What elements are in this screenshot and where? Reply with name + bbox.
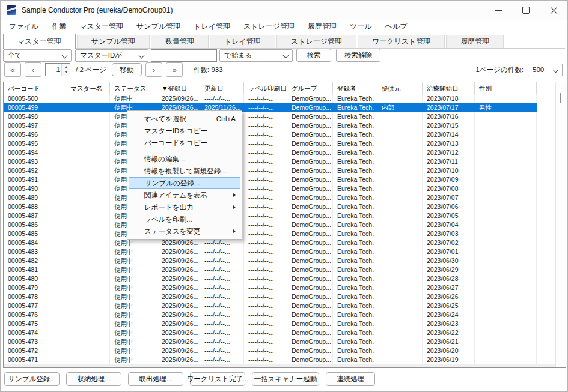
column-header-status[interactable]: ステータス <box>110 82 157 94</box>
table-row[interactable]: 00005-493使用中2025/09/26...----/--/--...--… <box>4 157 556 166</box>
next-page-button[interactable]: › <box>145 62 162 77</box>
table-row[interactable]: 00005-497使用中2025/09/26...----/--/--...--… <box>4 121 556 130</box>
cell-group: DemoGroup... <box>287 265 333 274</box>
column-header-label-print-date[interactable]: ラベル印刷日 <box>244 82 287 94</box>
footer-button-worklist-complete[interactable]: ワークリスト完了... <box>190 372 245 386</box>
table-row[interactable]: 00005-479使用中2025/09/26...----/--/--...--… <box>4 283 556 292</box>
table-row[interactable]: 00005-480使用中2025/09/26...----/--/--...--… <box>4 274 556 283</box>
context-menu-item-change-status[interactable]: ステータスを変更 <box>127 225 242 237</box>
minimize-button[interactable] <box>484 1 512 20</box>
table-row[interactable]: 00005-491使用中2025/09/26...----/--/--...--… <box>4 175 556 184</box>
table-row[interactable]: 00005-478使用中2025/09/26...----/--/--...--… <box>4 292 556 301</box>
table-row[interactable]: 00005-474使用中2025/09/26...----/--/--...--… <box>4 328 556 337</box>
table-row[interactable]: 00005-484使用中2025/09/26...----/--/--...--… <box>4 238 556 247</box>
column-header-gender[interactable]: 性別 <box>475 82 537 94</box>
table-row[interactable]: 00005-482使用中2025/09/26...----/--/--...--… <box>4 256 556 265</box>
table-row[interactable]: 00005-489使用中2025/09/26...----/--/--...--… <box>4 193 556 202</box>
table-row[interactable]: 00005-495使用中2025/09/26...----/--/--...--… <box>4 139 556 148</box>
cell-label-print-date: ----/--/--... <box>244 283 287 292</box>
filter-field-select[interactable]: マスターIDが <box>75 49 148 62</box>
context-menu-item-copy-master-id[interactable]: マスターIDをコピー <box>127 125 242 137</box>
table-row[interactable]: 00005-472使用中2025/09/26...----/--/--...--… <box>4 346 556 355</box>
tab-master[interactable]: マスター管理 <box>3 34 76 49</box>
first-page-button[interactable]: « <box>4 62 21 77</box>
column-header-update-date[interactable]: 更新日 <box>200 82 244 94</box>
clear-search-button[interactable]: 検索解除 <box>336 49 380 62</box>
page-spinner-arrows[interactable] <box>61 64 70 76</box>
tab-worklist[interactable]: ワークリスト管理 <box>358 35 445 48</box>
table-row[interactable]: 00005-492使用中2025/09/26...----/--/--...--… <box>4 166 556 175</box>
menu-item-help[interactable]: ヘルプ <box>379 20 414 33</box>
menu-item-tools[interactable]: ツール <box>343 20 379 33</box>
column-header-group[interactable]: グループ <box>287 82 333 94</box>
table-row[interactable]: 00005-471使用中2025/09/26...----/--/--...--… <box>4 355 556 364</box>
context-menu-item-copy-barcode[interactable]: バーコードをコピー <box>127 137 242 149</box>
page-number-input[interactable]: 1 <box>45 63 70 76</box>
vertical-scrollbar-thumb[interactable] <box>560 93 561 103</box>
search-button[interactable]: 検索 <box>296 49 331 62</box>
context-menu-item-register-sample[interactable]: サンプルの登録... <box>129 177 240 189</box>
vertical-scrollbar[interactable] <box>555 82 566 367</box>
go-to-page-button[interactable]: 移動 <box>112 63 142 76</box>
column-header-reg-date[interactable]: ▼登録日 <box>157 82 200 94</box>
table-row[interactable]: 00005-499使用中2025/09/26...2025/11/26...--… <box>4 103 556 112</box>
footer-button-continuous-process[interactable]: 連続処理 <box>326 372 375 386</box>
menu-item-master[interactable]: マスター管理 <box>73 20 130 33</box>
table-row[interactable]: 00005-500使用中2025/09/26...----/--/--...--… <box>4 94 556 103</box>
close-button[interactable] <box>540 1 567 20</box>
menu-item-tray[interactable]: トレイ管理 <box>187 20 237 33</box>
table-row[interactable]: 00005-494使用中2025/09/26...----/--/--...--… <box>4 148 556 157</box>
filter-scope-select[interactable]: 全て <box>3 49 72 62</box>
menu-item-history[interactable]: 履歴管理 <box>301 20 343 33</box>
context-menu-item-select-all[interactable]: すべてを選択Ctrl+A <box>127 113 242 125</box>
table-row[interactable]: 00005-481使用中2025/09/26...----/--/--...--… <box>4 265 556 274</box>
menu-item-sample[interactable]: サンプル管理 <box>130 20 187 33</box>
per-page-select[interactable]: 500 <box>528 64 563 76</box>
column-header-registrant[interactable]: 登録者 <box>333 82 377 94</box>
menu-item-storage[interactable]: ストレージ管理 <box>237 20 301 33</box>
context-menu-item-label: 情報の編集... <box>144 155 185 164</box>
table-row[interactable]: 00005-485使用中2025/09/26...----/--/--...--… <box>4 229 556 238</box>
filter-match-select[interactable]: で始まる <box>219 49 293 62</box>
cell-label-print-date: ----/--/--... <box>244 346 287 355</box>
table-row[interactable]: 00005-473使用中2025/09/26...----/--/--...--… <box>4 337 556 346</box>
last-page-button[interactable]: » <box>166 62 183 77</box>
prev-page-button[interactable]: ‹ <box>25 62 41 77</box>
context-menu-item-show-related-items[interactable]: 関連アイテムを表示 <box>127 189 242 201</box>
table-row[interactable]: 00005-498使用中2025/09/26...----/--/--...--… <box>4 112 556 121</box>
table-row[interactable]: 00005-483使用中2025/09/26...----/--/--...--… <box>4 247 556 256</box>
menu-item-work[interactable]: 作業 <box>45 20 73 33</box>
table-row[interactable]: 00005-475使用中2025/09/26...----/--/--...--… <box>4 319 556 328</box>
search-input[interactable] <box>151 49 217 62</box>
footer-button-store-process[interactable]: 収納処理... <box>66 372 121 386</box>
footer-button-retrieve-process[interactable]: 取出処理... <box>128 372 183 386</box>
table-row[interactable]: 00005-488使用中2025/09/26...----/--/--...--… <box>4 202 556 211</box>
footer-button-batch-scanner-launch[interactable]: 一括スキャナー起動 <box>252 372 319 386</box>
tab-sample[interactable]: サンプル管理 <box>77 35 150 48</box>
cell-label-print-date: ----/--/--... <box>244 274 287 283</box>
footer-button-sample-register[interactable]: サンプル登録... <box>4 372 60 386</box>
tab-storage[interactable]: ストレージ管理 <box>276 35 356 48</box>
column-header-master-name[interactable]: マスター名 <box>66 82 110 94</box>
column-header-barcode[interactable]: バーコード <box>4 82 66 94</box>
table-row[interactable]: 00005-486使用中2025/09/26...----/--/--...--… <box>4 220 556 229</box>
context-menu-item-output-report[interactable]: レポートを出力 <box>127 201 242 213</box>
tab-quantity[interactable]: 数量管理 <box>151 35 209 48</box>
maximize-button[interactable] <box>512 1 540 20</box>
context-menu-item-print-label[interactable]: ラベルを印刷... <box>127 213 242 225</box>
table-row[interactable]: 00005-477使用中2025/09/26...----/--/--...--… <box>4 301 556 310</box>
horizontal-scrollbar[interactable] <box>4 364 556 367</box>
table-row[interactable]: 00005-476使用中2025/09/26...----/--/--...--… <box>4 310 556 319</box>
tab-tray[interactable]: トレイ管理 <box>210 35 275 48</box>
table-row[interactable]: 00005-496使用中2025/09/26...----/--/--...--… <box>4 130 556 139</box>
table-row[interactable]: 00005-490使用中2025/09/26...----/--/--...--… <box>4 184 556 193</box>
context-menu-item-edit-info[interactable]: 情報の編集... <box>127 153 242 165</box>
cell-barcode: 00005-489 <box>4 193 66 202</box>
context-menu-item-duplicate-and-register[interactable]: 情報を複製して新規登録... <box>127 165 242 177</box>
column-header-provider[interactable]: 提供元 <box>377 82 423 94</box>
menu-item-file[interactable]: ファイル <box>2 20 45 33</box>
column-header-treatment-start-date[interactable]: 治療開始日 <box>423 82 475 94</box>
tab-history[interactable]: 履歴管理 <box>446 35 504 48</box>
cell-provider <box>377 139 423 148</box>
table-row[interactable]: 00005-487使用中2025/09/26...----/--/--...--… <box>4 211 556 220</box>
